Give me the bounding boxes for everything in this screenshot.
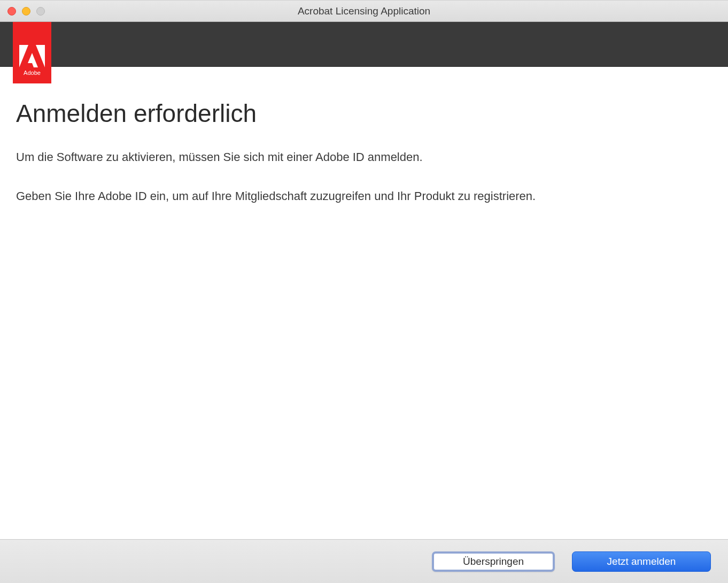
minimize-window-button[interactable] bbox=[22, 7, 30, 16]
header-bar: Adobe bbox=[0, 22, 728, 67]
application-window: Acrobat Licensing Application Adobe Anme… bbox=[0, 0, 728, 583]
adobe-logo-text: Adobe bbox=[24, 70, 41, 76]
content-area: Anmelden erforderlich Um die Software zu… bbox=[0, 67, 728, 539]
adobe-logo-icon bbox=[19, 45, 45, 67]
close-window-button[interactable] bbox=[7, 7, 16, 16]
titlebar[interactable]: Acrobat Licensing Application bbox=[0, 1, 728, 22]
adobe-logo: Adobe bbox=[13, 22, 51, 83]
maximize-window-button bbox=[36, 7, 45, 16]
footer-bar: Überspringen Jetzt anmelden bbox=[0, 539, 728, 583]
skip-button[interactable]: Überspringen bbox=[432, 551, 555, 572]
window-controls bbox=[7, 7, 45, 16]
page-heading: Anmelden erforderlich bbox=[16, 99, 712, 128]
sign-in-button[interactable]: Jetzt anmelden bbox=[572, 551, 711, 572]
window-title: Acrobat Licensing Application bbox=[298, 5, 430, 17]
description-paragraph-2: Geben Sie Ihre Adobe ID ein, um auf Ihre… bbox=[16, 187, 712, 205]
description-paragraph-1: Um die Software zu aktivieren, müssen Si… bbox=[16, 148, 712, 166]
